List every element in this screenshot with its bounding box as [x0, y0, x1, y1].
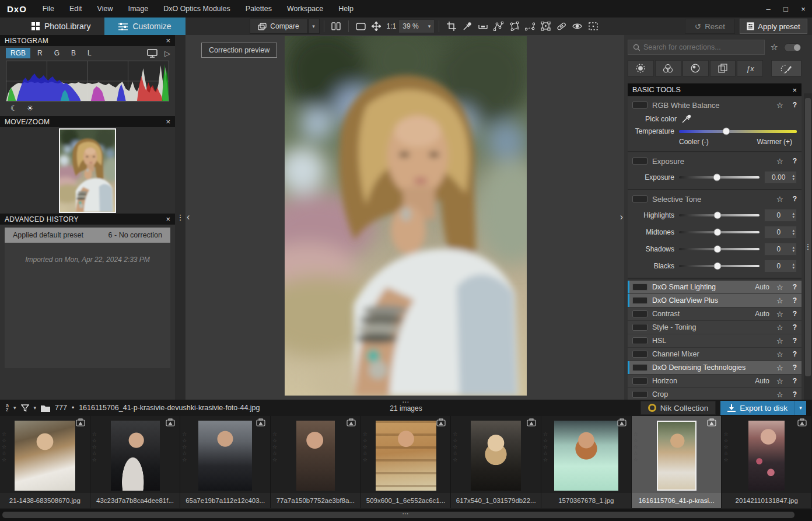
compare-button[interactable]: Compare: [250, 19, 308, 34]
menu-view[interactable]: View: [90, 0, 121, 18]
highlight-clipping-sun-icon[interactable]: ☀: [27, 104, 34, 113]
enable-toggle[interactable]: [632, 324, 648, 331]
spin-down-icon[interactable]: ▾: [792, 249, 794, 253]
collapse-right-panel-icon[interactable]: ›: [620, 212, 623, 222]
midtones-slider[interactable]: [679, 231, 760, 233]
help-icon[interactable]: ?: [793, 350, 797, 358]
export-to-disk-button[interactable]: Export to disk: [720, 401, 794, 415]
scrollbar-thumb[interactable]: [805, 98, 811, 376]
close-icon[interactable]: ×: [166, 36, 170, 45]
help-icon[interactable]: ?: [793, 157, 797, 165]
tool-section-dxo-clearview-plus[interactable]: DxO ClearView Plus ☆ ?: [628, 294, 802, 307]
star-rating[interactable]: ☆☆☆☆☆: [543, 431, 548, 463]
photo-thumbnail[interactable]: [471, 421, 521, 491]
star-rating[interactable]: ☆☆☆☆☆: [2, 431, 6, 463]
collapse-left-panel-icon[interactable]: ‹: [187, 212, 190, 222]
reset-button[interactable]: ↺ Reset: [685, 19, 735, 34]
favorite-star-icon[interactable]: ☆: [776, 350, 783, 359]
blacks-slider[interactable]: [679, 265, 760, 267]
enable-toggle[interactable]: [632, 297, 648, 304]
enable-toggle[interactable]: [632, 391, 648, 398]
frame-grid-icon[interactable]: [538, 19, 554, 34]
slider-knob[interactable]: [714, 212, 722, 219]
menu-help[interactable]: Help: [331, 0, 361, 18]
help-icon[interactable]: ?: [793, 377, 797, 385]
menu-file[interactable]: File: [35, 0, 62, 18]
help-icon[interactable]: ?: [793, 296, 797, 305]
crop-tool-icon[interactable]: [443, 19, 459, 34]
temperature-slider[interactable]: [679, 130, 797, 133]
star-rating[interactable]: ☆☆☆☆☆: [182, 431, 187, 463]
photo-thumbnail[interactable]: [376, 421, 436, 491]
favorite-star-icon[interactable]: ☆: [776, 296, 783, 305]
filmstrip-item[interactable]: ☆☆☆☆☆ 65a7e19b7a112e12c403...: [180, 416, 271, 508]
menu-palettes[interactable]: Palettes: [238, 0, 279, 18]
favorite-star-icon[interactable]: ☆: [776, 101, 783, 110]
help-icon[interactable]: ?: [793, 101, 797, 109]
maximize-icon[interactable]: □: [777, 0, 794, 18]
tool-section-dxo-smart-lighting[interactable]: DxO Smart Lighting Auto ☆ ?: [628, 281, 802, 293]
histogram-tab-l[interactable]: L: [83, 48, 96, 58]
left-panel-scrollbar[interactable]: ⋮: [175, 35, 186, 400]
close-icon[interactable]: ×: [166, 117, 170, 126]
filter-dropdown-icon[interactable]: ▾: [34, 405, 37, 411]
star-rating[interactable]: ☆☆☆☆☆: [453, 431, 457, 463]
compare-dropdown-icon[interactable]: ▾: [308, 19, 320, 34]
photo-thumbnail[interactable]: [15, 421, 75, 491]
favorite-star-icon[interactable]: ☆: [776, 377, 783, 386]
detail-category-icon[interactable]: [682, 60, 709, 76]
filmstrip-item[interactable]: ☆☆☆☆☆ 509x600_1_6e552ac6c1...: [361, 416, 452, 508]
search-input[interactable]: [643, 43, 760, 51]
show-corrections-eye-icon[interactable]: [569, 19, 585, 34]
exposure-enable-toggle[interactable]: [632, 158, 648, 165]
photo-thumbnail[interactable]: [657, 421, 696, 491]
drag-handle-icon[interactable]: ⋯: [402, 510, 410, 517]
control-polygon-icon[interactable]: [506, 19, 522, 34]
geometry-category-icon[interactable]: [710, 60, 736, 76]
correction-preview-button[interactable]: Correction preview: [201, 43, 277, 58]
color-category-icon[interactable]: [655, 60, 681, 76]
star-rating[interactable]: ☆☆☆☆☆: [92, 431, 97, 463]
help-icon[interactable]: ?: [793, 310, 797, 318]
minimize-icon[interactable]: –: [760, 0, 777, 18]
exposure-slider[interactable]: [679, 176, 760, 179]
star-rating[interactable]: ☆☆☆☆☆: [723, 431, 728, 463]
slider-knob[interactable]: [714, 263, 722, 270]
enable-toggle[interactable]: [632, 284, 648, 291]
enable-toggle[interactable]: [632, 351, 648, 358]
soft-proofing-icon[interactable]: ▷: [164, 49, 170, 58]
drag-handle-icon[interactable]: ⋮: [804, 245, 812, 248]
filmstrip-item[interactable]: ☆☆☆☆☆ 21-1438-683508670.jpg: [0, 416, 90, 508]
slider-knob[interactable]: [714, 229, 722, 236]
blacks-value-box[interactable]: 0▴▾: [764, 260, 797, 272]
favorite-star-icon[interactable]: ☆: [776, 310, 783, 319]
monitor-icon[interactable]: [147, 49, 158, 58]
drag-handle-icon[interactable]: ⋮: [177, 216, 184, 219]
tool-section-style-toning[interactable]: Style - Toning ☆ ?: [628, 321, 802, 334]
tool-section-channel-mixer[interactable]: Channel Mixer ☆ ?: [628, 348, 802, 361]
enable-toggle[interactable]: [632, 377, 648, 384]
active-corrections-toggle[interactable]: [784, 43, 802, 52]
zoom-level-select[interactable]: 39 % ▾: [398, 19, 435, 33]
sort-icon[interactable]: az: [6, 404, 9, 412]
menu-dxo-optics-modules[interactable]: DxO Optics Modules: [156, 0, 238, 18]
highlights-value-box[interactable]: 0▴▾: [764, 209, 797, 222]
close-icon[interactable]: ×: [792, 86, 797, 95]
main-photo[interactable]: [285, 36, 527, 396]
local-adjustments-icon[interactable]: [771, 60, 802, 76]
tool-section-horizon[interactable]: Horizon Auto ☆ ?: [628, 375, 802, 387]
midtones-value-box[interactable]: 0▴▾: [764, 226, 797, 239]
star-rating[interactable]: ☆☆☆☆☆: [363, 431, 368, 463]
fit-screen-icon[interactable]: [353, 19, 369, 34]
menu-workspace[interactable]: Workspace: [279, 0, 331, 18]
histogram-tab-b[interactable]: B: [66, 48, 80, 58]
folder-name[interactable]: 777: [55, 404, 67, 412]
favorite-star-icon[interactable]: ☆: [776, 363, 783, 372]
split-view-icon[interactable]: [328, 19, 344, 34]
horizon-tool-icon[interactable]: [475, 19, 491, 34]
sort-dropdown-icon[interactable]: ▾: [13, 405, 16, 411]
filter-icon[interactable]: [21, 404, 29, 412]
filmstrip-item[interactable]: ☆☆☆☆☆ 1570367678_1.jpg: [541, 416, 632, 508]
filmstrip-item[interactable]: ☆☆☆☆☆ 77a7a150b7752ae3bf8a...: [271, 416, 361, 508]
help-icon[interactable]: ?: [793, 283, 797, 291]
